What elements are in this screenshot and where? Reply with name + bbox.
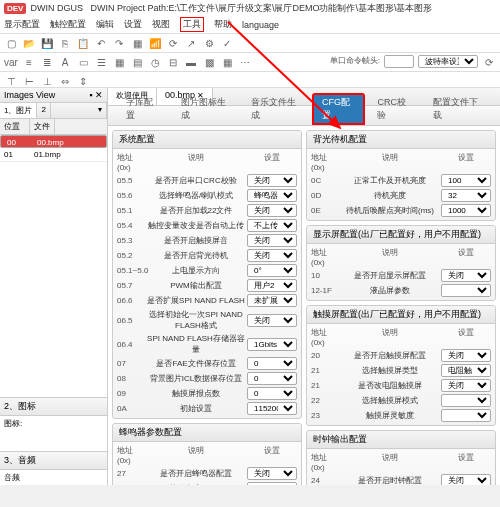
list-icon[interactable]: ☰	[94, 55, 108, 69]
param-select[interactable]: 关闭	[247, 204, 297, 217]
param-select[interactable]: 115200	[247, 402, 297, 415]
side-sec-audio[interactable]: 3、音频	[0, 451, 107, 470]
param-select[interactable]	[441, 409, 491, 422]
param-select[interactable]: 关闭	[441, 269, 491, 282]
text-icon[interactable]: A	[58, 55, 72, 69]
param-select[interactable]	[441, 284, 491, 297]
file-row[interactable]: 0101.bmp	[0, 148, 107, 162]
image-icon[interactable]: ▭	[76, 55, 90, 69]
save-icon[interactable]: 💾	[40, 36, 54, 50]
dist-h-icon[interactable]: ⇔	[58, 74, 72, 88]
qr-icon[interactable]: ▩	[202, 55, 216, 69]
panel-clock-title: 时钟输出配置	[307, 431, 495, 449]
param-select[interactable]: 1000	[441, 204, 491, 217]
menu-edit[interactable]: 编辑	[96, 18, 114, 31]
menu-touch[interactable]: 触控配置	[50, 18, 86, 31]
cfg-tab-music[interactable]: 音乐文件生成	[241, 93, 310, 125]
export-icon[interactable]: ↗	[184, 36, 198, 50]
baudrate-select[interactable]: 波特率设置	[418, 55, 478, 68]
chart-icon[interactable]: ▤	[130, 55, 144, 69]
param-select[interactable]: 关闭	[441, 474, 491, 485]
param-row: 22选择触摸屏模式	[311, 393, 491, 408]
param-addr: 05.5	[117, 176, 145, 185]
calendar-icon[interactable]: ▦	[220, 55, 234, 69]
gear-icon[interactable]: ⚙	[202, 36, 216, 50]
new-icon[interactable]: ▢	[4, 36, 18, 50]
param-row: 05.2是否开启背光待机关闭	[117, 248, 297, 263]
redo-icon[interactable]: ↷	[112, 36, 126, 50]
side-tab-images[interactable]: 1、图片	[0, 103, 37, 118]
menu-view[interactable]: 视图	[152, 18, 170, 31]
frame-header-input[interactable]	[384, 55, 414, 68]
panel-display: 显示屏配置(出厂已配置好，用户不用配置) 地址(0x)说明设置10是否开启显示屏…	[306, 225, 496, 301]
param-desc: 待机亮度	[341, 190, 439, 201]
copy-icon[interactable]: ⎘	[58, 36, 72, 50]
cfg-tab-download[interactable]: 配置文件下载	[423, 93, 492, 125]
progress-icon[interactable]: ▬	[184, 55, 198, 69]
param-desc: 上电显示方向	[147, 265, 245, 276]
cfg-tab-font[interactable]: 字库配置	[116, 93, 169, 125]
param-select[interactable]: 不上传	[247, 219, 297, 232]
align-top-icon[interactable]: ⊤	[4, 74, 18, 88]
cfg-tab-crc[interactable]: CRC校验	[367, 93, 421, 125]
param-desc: 是否开启触摸屏音	[147, 235, 245, 246]
cfg-tab-cfg[interactable]: CFG配置	[312, 93, 365, 125]
param-select[interactable]: 2.5	[247, 482, 297, 485]
param-select[interactable]: 电阻触摸	[441, 364, 491, 377]
menu-display[interactable]: 显示配置	[4, 18, 40, 31]
param-select[interactable]: 关闭	[247, 234, 297, 247]
param-select[interactable]: 关闭	[247, 314, 297, 327]
clock-icon[interactable]: ◷	[148, 55, 162, 69]
slider-icon[interactable]: ⊟	[166, 55, 180, 69]
param-select[interactable]: 1Gbits	[247, 338, 297, 351]
wifi-icon[interactable]: 📶	[148, 36, 162, 50]
sync-icon[interactable]: ⟳	[166, 36, 180, 50]
param-select[interactable]: 关闭	[441, 379, 491, 392]
param-select[interactable]: 未扩展	[247, 294, 297, 307]
undo-icon[interactable]: ↶	[94, 36, 108, 50]
file-row[interactable]: 0000.bmp	[0, 135, 107, 148]
param-addr: 23	[311, 411, 339, 420]
param-select[interactable]: 32	[441, 189, 491, 202]
project-path: DWIN Project Path:E:\工作文件\展厅升级文案\展厅DEMO功…	[90, 2, 432, 15]
dist-v-icon[interactable]: ⇕	[76, 74, 90, 88]
align-bot-icon[interactable]: ⊥	[40, 74, 54, 88]
dots-icon[interactable]: ⋯	[238, 55, 252, 69]
param-select[interactable]: 关闭	[441, 349, 491, 362]
param-select[interactable]: 关闭	[247, 249, 297, 262]
grid-icon[interactable]: ▦	[130, 36, 144, 50]
param-select[interactable]: 蜂鸣器	[247, 189, 297, 202]
side-tab-more[interactable]: ▾	[94, 103, 107, 118]
paste-icon[interactable]: 📋	[76, 36, 90, 50]
var-icon[interactable]: var	[4, 55, 18, 69]
param-select[interactable]	[441, 394, 491, 407]
check-icon[interactable]: ✓	[220, 36, 234, 50]
param-select[interactable]: 100	[441, 174, 491, 187]
param-addr: 05.7	[117, 281, 145, 290]
menu-tools[interactable]: 工具	[180, 17, 204, 32]
param-select[interactable]: 关闭	[247, 174, 297, 187]
menu-language[interactable]: language	[242, 20, 279, 30]
param-addr: 07	[117, 359, 145, 368]
menu-settings[interactable]: 设置	[124, 18, 142, 31]
side-sec-icons[interactable]: 2、图标	[0, 397, 107, 416]
side-tab-2[interactable]: 2	[37, 103, 50, 118]
align-mid-icon[interactable]: ⊢	[22, 74, 36, 88]
param-addr: 06.4	[117, 340, 145, 349]
refresh-icon[interactable]: ⟳	[482, 55, 496, 69]
open-icon[interactable]: 📂	[22, 36, 36, 50]
param-select[interactable]: 用户2	[247, 279, 297, 292]
param-select[interactable]: 关闭	[247, 467, 297, 480]
menu-help[interactable]: 帮助	[214, 18, 232, 31]
param-select[interactable]: 0	[247, 387, 297, 400]
param-select[interactable]: 0	[247, 372, 297, 385]
table-icon[interactable]: ▦	[112, 55, 126, 69]
param-row: 0D待机亮度32	[311, 188, 491, 203]
app-title: DWIN DGUS	[30, 3, 83, 13]
param-select[interactable]: 0	[247, 357, 297, 370]
align-center-icon[interactable]: ≣	[40, 55, 54, 69]
param-desc: SPI NAND FLASH存储器容量	[147, 333, 245, 355]
param-select[interactable]: 0°	[247, 264, 297, 277]
align-left-icon[interactable]: ≡	[22, 55, 36, 69]
cfg-tab-image[interactable]: 图片图标生成	[171, 93, 240, 125]
